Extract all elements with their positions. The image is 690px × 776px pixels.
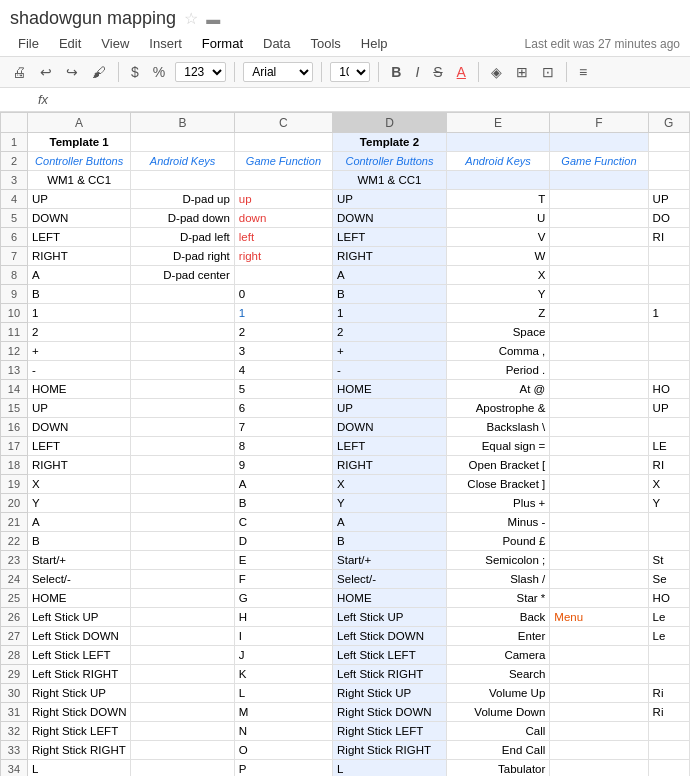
cell[interactable] <box>131 589 234 608</box>
cell[interactable]: Game Function <box>550 152 648 171</box>
cell[interactable]: L <box>27 760 130 777</box>
cell[interactable] <box>131 171 234 190</box>
cell[interactable]: - <box>333 361 447 380</box>
cell[interactable] <box>648 342 689 361</box>
merge-btn[interactable]: ⊡ <box>538 62 558 82</box>
cell[interactable]: down <box>234 209 332 228</box>
cell[interactable]: Game Function <box>234 152 332 171</box>
row-number[interactable]: 15 <box>1 399 28 418</box>
cell[interactable]: LEFT <box>333 228 447 247</box>
cell[interactable] <box>648 361 689 380</box>
cell[interactable] <box>131 608 234 627</box>
cell[interactable]: W <box>446 247 549 266</box>
cell[interactable]: G <box>234 589 332 608</box>
cell[interactable] <box>234 266 332 285</box>
cell[interactable] <box>550 627 648 646</box>
cell[interactable]: C <box>234 513 332 532</box>
cell[interactable] <box>131 437 234 456</box>
cell[interactable]: Volume Down <box>446 703 549 722</box>
cell[interactable] <box>648 741 689 760</box>
row-number[interactable]: 2 <box>1 152 28 171</box>
cell[interactable]: Search <box>446 665 549 684</box>
cell[interactable]: D-pad down <box>131 209 234 228</box>
cell[interactable]: Right Stick DOWN <box>27 703 130 722</box>
fill-color-btn[interactable]: ◈ <box>487 62 506 82</box>
cell[interactable] <box>550 665 648 684</box>
cell[interactable]: Left Stick RIGHT <box>27 665 130 684</box>
cell[interactable]: B <box>333 532 447 551</box>
cell[interactable]: Left Stick RIGHT <box>333 665 447 684</box>
cell[interactable] <box>131 456 234 475</box>
cell[interactable] <box>550 209 648 228</box>
cell[interactable] <box>648 266 689 285</box>
cell[interactable] <box>550 133 648 152</box>
cell[interactable] <box>550 171 648 190</box>
cell[interactable] <box>131 627 234 646</box>
cell[interactable] <box>550 342 648 361</box>
cell[interactable]: B <box>27 532 130 551</box>
cell[interactable]: Space <box>446 323 549 342</box>
cell[interactable]: + <box>333 342 447 361</box>
col-header-c[interactable]: C <box>234 113 332 133</box>
cell[interactable] <box>648 152 689 171</box>
cell[interactable]: UP <box>27 190 130 209</box>
cell[interactable]: E <box>234 551 332 570</box>
bold-btn[interactable]: B <box>387 62 405 82</box>
cell[interactable]: + <box>27 342 130 361</box>
cell[interactable]: Call <box>446 722 549 741</box>
cell[interactable]: Semicolon ; <box>446 551 549 570</box>
cell[interactable] <box>550 513 648 532</box>
col-header-d[interactable]: D <box>333 113 447 133</box>
menu-format[interactable]: Format <box>194 33 251 54</box>
cell[interactable] <box>550 456 648 475</box>
cell[interactable]: J <box>234 646 332 665</box>
cell[interactable]: DOWN <box>27 418 130 437</box>
cell[interactable]: Template 2 <box>333 133 447 152</box>
cell[interactable]: St <box>648 551 689 570</box>
percent-btn[interactable]: % <box>149 62 169 82</box>
cell[interactable]: DOWN <box>333 418 447 437</box>
cell[interactable]: 1 <box>27 304 130 323</box>
cell[interactable]: Volume Up <box>446 684 549 703</box>
undo-btn[interactable]: ↩ <box>36 62 56 82</box>
cell[interactable]: B <box>333 285 447 304</box>
cell[interactable]: Left Stick UP <box>333 608 447 627</box>
cell[interactable]: RI <box>648 228 689 247</box>
menu-file[interactable]: File <box>10 33 47 54</box>
row-number[interactable]: 23 <box>1 551 28 570</box>
row-number[interactable]: 7 <box>1 247 28 266</box>
cell[interactable]: End Call <box>446 741 549 760</box>
borders-btn[interactable]: ⊞ <box>512 62 532 82</box>
cell[interactable] <box>550 703 648 722</box>
text-color-btn[interactable]: A <box>453 62 470 82</box>
cell[interactable] <box>648 513 689 532</box>
cell[interactable]: RI <box>648 456 689 475</box>
cell[interactable]: B <box>27 285 130 304</box>
cell[interactable]: 1 <box>648 304 689 323</box>
cell[interactable]: Se <box>648 570 689 589</box>
cell[interactable]: X <box>333 475 447 494</box>
cell[interactable] <box>131 684 234 703</box>
col-header-a[interactable]: A <box>27 113 130 133</box>
row-number[interactable]: 17 <box>1 437 28 456</box>
cell[interactable]: RIGHT <box>27 247 130 266</box>
cell[interactable] <box>131 475 234 494</box>
cell[interactable] <box>648 646 689 665</box>
row-number[interactable]: 14 <box>1 380 28 399</box>
row-number[interactable]: 18 <box>1 456 28 475</box>
cell[interactable] <box>648 285 689 304</box>
cell[interactable]: A <box>333 266 447 285</box>
cell[interactable]: Select/- <box>27 570 130 589</box>
cell[interactable]: Plus + <box>446 494 549 513</box>
cell[interactable]: 2 <box>333 323 447 342</box>
cell[interactable] <box>550 494 648 513</box>
cell[interactable]: DOWN <box>27 209 130 228</box>
cell[interactable]: - <box>27 361 130 380</box>
cell[interactable]: A <box>234 475 332 494</box>
cell[interactable]: HOME <box>27 589 130 608</box>
font-size-select[interactable]: 10 <box>330 62 370 82</box>
cell[interactable] <box>131 418 234 437</box>
row-number[interactable]: 30 <box>1 684 28 703</box>
cell[interactable] <box>550 532 648 551</box>
strikethrough-btn[interactable]: S <box>429 62 446 82</box>
